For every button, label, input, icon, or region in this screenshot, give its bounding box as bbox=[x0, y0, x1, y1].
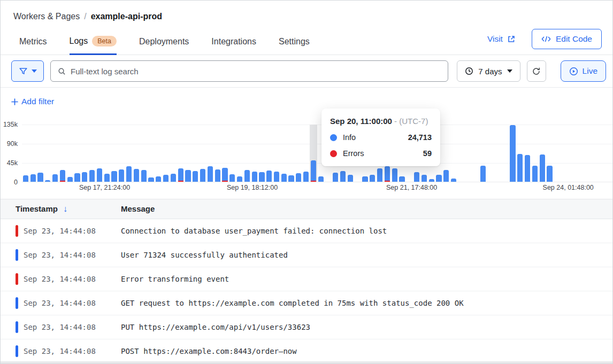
chart-bar-slot[interactable] bbox=[251, 125, 258, 182]
chart-bar-slot[interactable] bbox=[162, 125, 170, 182]
chart-plot-area[interactable]: 135k90k45k0 bbox=[22, 125, 612, 182]
refresh-icon bbox=[532, 67, 541, 76]
chart-bar-slot[interactable] bbox=[288, 125, 295, 182]
tooltip-series-row: Errors59 bbox=[330, 149, 432, 158]
chart-bar-slot[interactable] bbox=[583, 125, 591, 182]
chart-bar-slot[interactable] bbox=[22, 125, 29, 182]
chart-bar-slot[interactable] bbox=[177, 125, 185, 182]
log-timestamp-cell: Sep 23, 14:44:08 bbox=[1, 345, 106, 357]
chart-bar-slot[interactable] bbox=[96, 125, 103, 182]
visit-link[interactable]: Visit bbox=[487, 34, 516, 44]
chart-bar-slot[interactable] bbox=[295, 125, 302, 182]
log-message: GET request to https://example.com compl… bbox=[121, 299, 464, 307]
sort-descending-icon[interactable]: ↓ bbox=[63, 204, 67, 214]
chart-bar-slot[interactable] bbox=[170, 125, 177, 182]
tab-metrics[interactable]: Metrics bbox=[19, 32, 47, 55]
chart-bar-slot[interactable] bbox=[66, 125, 74, 182]
log-row-error[interactable]: Sep 23, 14:44:08Error transforming event bbox=[1, 267, 612, 291]
chart-bar-slot[interactable] bbox=[531, 125, 539, 182]
chart-bar-slot[interactable] bbox=[155, 125, 162, 182]
tabs: MetricsLogsBetaDeploymentsIntegrationsSe… bbox=[19, 30, 332, 55]
chart-bar-slot[interactable] bbox=[494, 125, 502, 182]
chart-bar-slot[interactable] bbox=[590, 125, 597, 182]
chart-bar-slot[interactable] bbox=[605, 125, 612, 182]
chart-bar-slot[interactable] bbox=[228, 125, 236, 182]
chart-bar-slot[interactable] bbox=[472, 125, 480, 182]
chart-bar-slot[interactable] bbox=[37, 125, 44, 182]
chart-bar-slot[interactable] bbox=[206, 125, 214, 182]
live-button-label: Live bbox=[583, 66, 597, 76]
chart-bar-slot[interactable] bbox=[561, 125, 568, 182]
chart-bar-slot[interactable] bbox=[103, 125, 111, 182]
chart-bar-slot[interactable] bbox=[576, 125, 583, 182]
page-header: Workers & Pages / example-api-prod bbox=[1, 1, 612, 21]
time-range-button[interactable]: 7 days bbox=[457, 60, 520, 82]
chart-bar-slot[interactable] bbox=[236, 125, 243, 182]
chart-bar-slot[interactable] bbox=[509, 125, 517, 182]
chart-bar-slot[interactable] bbox=[214, 125, 221, 182]
chart-bar-slot[interactable] bbox=[524, 125, 531, 182]
chart-bar-slot[interactable] bbox=[597, 125, 605, 182]
chart-bar-slot[interactable] bbox=[265, 125, 273, 182]
chart-bar-slot[interactable] bbox=[118, 125, 125, 182]
chart-bar-slot[interactable] bbox=[553, 125, 561, 182]
chart-bar-slot[interactable] bbox=[88, 125, 96, 182]
tab-actions: Visit Edit Code bbox=[487, 29, 602, 55]
chart-bar-slot[interactable] bbox=[133, 125, 140, 182]
log-volume-bar bbox=[178, 168, 183, 182]
log-row-info[interactable]: Sep 23, 14:44:08User 71324 successfully … bbox=[1, 243, 612, 267]
chart-bar-slot[interactable] bbox=[221, 125, 229, 182]
chart-bar-slot[interactable] bbox=[51, 125, 59, 182]
search-input[interactable] bbox=[71, 67, 441, 76]
tab-deployments[interactable]: Deployments bbox=[139, 32, 189, 55]
log-volume-bar bbox=[259, 172, 264, 182]
chart-bar-slot[interactable] bbox=[29, 125, 37, 182]
chart-bar-slot[interactable] bbox=[479, 125, 487, 182]
y-axis-tick: 90k bbox=[7, 140, 18, 148]
log-row-info[interactable]: Sep 23, 14:44:08POST https://example.com… bbox=[1, 339, 612, 363]
chart-bar-slot[interactable] bbox=[302, 125, 310, 182]
chart-bar-slot[interactable] bbox=[125, 125, 133, 182]
chart-bar-slot[interactable] bbox=[59, 125, 66, 182]
chart-bar-slot[interactable] bbox=[502, 125, 509, 182]
log-row-error[interactable]: Sep 23, 14:44:08Connection to database u… bbox=[1, 219, 612, 243]
chart-bar-slot[interactable] bbox=[81, 125, 88, 182]
tab-integrations[interactable]: Integrations bbox=[211, 32, 256, 55]
chart-bar-hovered[interactable] bbox=[310, 125, 317, 182]
tab-label: Metrics bbox=[19, 37, 47, 47]
live-button[interactable]: Live bbox=[561, 60, 606, 82]
next-row-cutoff bbox=[1, 361, 612, 363]
timestamp-column-header[interactable]: Timestamp ↓ bbox=[1, 204, 106, 214]
chart-bar-slot[interactable] bbox=[442, 125, 450, 182]
breadcrumb-section[interactable]: Workers & Pages bbox=[13, 12, 80, 21]
chart-bar-slot[interactable] bbox=[273, 125, 280, 182]
filter-dropdown-button[interactable] bbox=[11, 60, 44, 82]
tab-logs[interactable]: LogsBeta bbox=[70, 30, 117, 55]
y-axis-tick: 45k bbox=[7, 159, 18, 167]
edit-code-button[interactable]: Edit Code bbox=[532, 29, 602, 49]
chart-bar-slot[interactable] bbox=[74, 125, 81, 182]
chart-bar-slot[interactable] bbox=[243, 125, 251, 182]
refresh-button[interactable] bbox=[527, 60, 546, 82]
chart-bar-slot[interactable] bbox=[516, 125, 524, 182]
chart-bar-slot[interactable] bbox=[185, 125, 192, 182]
log-row-info[interactable]: Sep 23, 14:44:08GET request to https://e… bbox=[1, 291, 612, 315]
add-filter-button[interactable]: Add filter bbox=[11, 97, 54, 106]
chart-bar-slot[interactable] bbox=[457, 125, 465, 182]
chart-bar-slot[interactable] bbox=[568, 125, 576, 182]
chart-bar-slot[interactable] bbox=[111, 125, 118, 182]
chart-bar-slot[interactable] bbox=[191, 125, 199, 182]
chart-bar-slot[interactable] bbox=[546, 125, 554, 182]
chart-bar-slot[interactable] bbox=[258, 125, 266, 182]
tab-settings[interactable]: Settings bbox=[279, 32, 310, 55]
chart-bar-slot[interactable] bbox=[140, 125, 148, 182]
chart-bar-slot[interactable] bbox=[280, 125, 288, 182]
chart-bar-slot[interactable] bbox=[487, 125, 494, 182]
chart-bar-slot[interactable] bbox=[450, 125, 457, 182]
chart-bar-slot[interactable] bbox=[465, 125, 472, 182]
chart-bar-slot[interactable] bbox=[148, 125, 155, 182]
log-row-info[interactable]: Sep 23, 14:44:08PUT https://example.com/… bbox=[1, 315, 612, 339]
chart-bar-slot[interactable] bbox=[199, 125, 206, 182]
chart-bar-slot[interactable] bbox=[539, 125, 546, 182]
chart-bar-slot[interactable] bbox=[44, 125, 51, 182]
